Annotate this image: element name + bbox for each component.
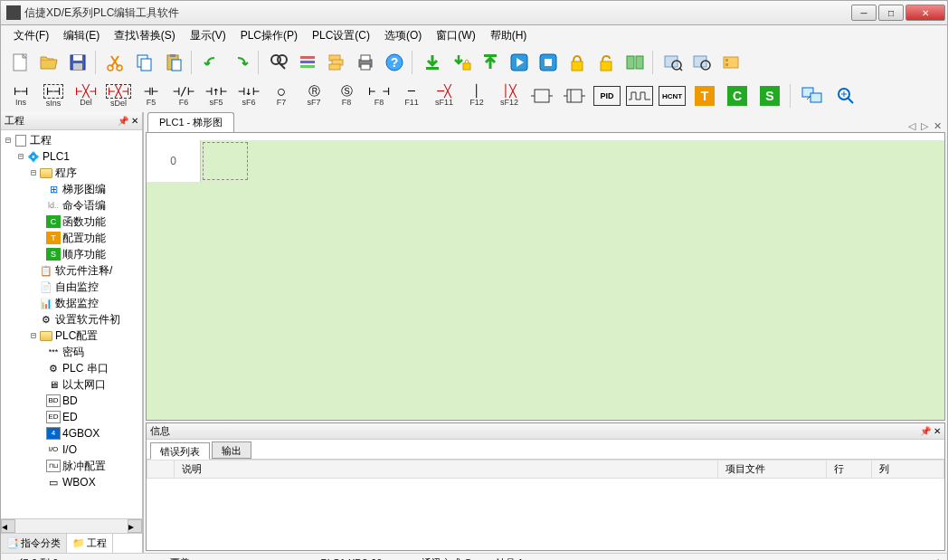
- tree-comment[interactable]: 📋软元件注释/: [3, 262, 140, 279]
- open-button[interactable]: [35, 49, 62, 76]
- menu-plcset[interactable]: PLC设置(C): [305, 26, 377, 45]
- download-lock-button[interactable]: [448, 49, 475, 76]
- ladder-f11[interactable]: ─F11: [397, 81, 426, 110]
- unlock-button[interactable]: [592, 49, 620, 76]
- list-button[interactable]: [294, 49, 321, 76]
- help-button[interactable]: ?: [381, 49, 408, 76]
- menu-view[interactable]: 显示(V): [183, 26, 233, 45]
- info-pin-icon[interactable]: 📌 ✕: [920, 426, 941, 436]
- tree-bd[interactable]: BDBD: [3, 393, 140, 409]
- menu-edit[interactable]: 编辑(E): [56, 26, 107, 45]
- maximize-button[interactable]: □: [878, 5, 904, 21]
- tree-gbox[interactable]: 44GBOX: [3, 425, 140, 441]
- ladder-cursor-cell[interactable]: [203, 142, 248, 180]
- tree-ed[interactable]: EDED: [3, 409, 140, 425]
- minimize-button[interactable]: ─: [851, 5, 877, 21]
- lock-button[interactable]: [564, 49, 591, 76]
- ladder-sf5[interactable]: ⊣↑⊢sF5: [202, 81, 231, 110]
- new-button[interactable]: [6, 49, 33, 76]
- ladder-sdel[interactable]: ⊢╳⊣sDel: [104, 81, 133, 110]
- menu-find[interactable]: 查找\替换(S): [107, 26, 182, 45]
- tree-tab-instr[interactable]: 📑指令分类: [1, 534, 67, 553]
- error-col-icon[interactable]: [147, 460, 175, 479]
- ladder-pid[interactable]: PID: [592, 81, 621, 110]
- tree-pulse[interactable]: ⊓⊔脉冲配置: [3, 458, 140, 474]
- find-button[interactable]: [265, 49, 292, 76]
- ladder-window[interactable]: [799, 81, 828, 110]
- error-col-col[interactable]: 列: [872, 460, 944, 479]
- download-button[interactable]: [419, 49, 446, 76]
- ladder-zoom[interactable]: [831, 81, 860, 110]
- error-col-file[interactable]: 项目文件: [718, 460, 827, 479]
- upload-button[interactable]: [477, 49, 504, 76]
- ladder-hcnt[interactable]: HCNT: [658, 81, 687, 110]
- module-button[interactable]: [717, 49, 744, 76]
- tree-ethernet[interactable]: 🖥以太网口: [3, 376, 140, 393]
- ladder-f8[interactable]: ⓈF8: [332, 81, 361, 110]
- nav-close-icon[interactable]: ✕: [932, 120, 943, 132]
- tree-wbox[interactable]: ▭WBOX: [3, 474, 140, 490]
- undo-button[interactable]: [198, 49, 225, 76]
- resize-grip-icon[interactable]: ⋰: [930, 557, 940, 561]
- editor-tab-plc1[interactable]: PLC1 - 梯形图: [147, 112, 234, 132]
- tree-plcserial[interactable]: ⚙PLC 串口: [3, 360, 140, 376]
- tree-seq[interactable]: S顺序功能: [3, 246, 140, 262]
- layers-button[interactable]: [323, 49, 350, 76]
- tree-plcconfig[interactable]: ⊟PLC配置: [3, 327, 140, 344]
- zoom-in-button[interactable]: [659, 49, 687, 76]
- ladder-del[interactable]: ⊢╳⊣Del: [71, 81, 100, 110]
- ladder-row-0[interactable]: 0: [147, 140, 944, 182]
- ladder-sins[interactable]: ⊢⊣sIns: [39, 81, 68, 110]
- menu-file[interactable]: 文件(F): [6, 26, 56, 45]
- ladder-f6[interactable]: ⊣/⊢F6: [169, 81, 198, 110]
- tree-func[interactable]: C函数功能: [3, 214, 140, 230]
- menu-help[interactable]: 帮助(H): [483, 26, 535, 45]
- paste-button[interactable]: [160, 49, 187, 76]
- tree-root[interactable]: ⊟工程: [3, 132, 140, 148]
- stop-button[interactable]: [535, 49, 562, 76]
- menu-plcop[interactable]: PLC操作(P): [233, 26, 305, 45]
- ladder-sf11[interactable]: ─╳sF11: [430, 81, 459, 110]
- pin-icon[interactable]: 📌 ✕: [118, 116, 138, 126]
- tree-program[interactable]: ⊟程序: [3, 165, 140, 181]
- menu-option[interactable]: 选项(O): [377, 26, 429, 45]
- compare-button[interactable]: [621, 49, 649, 76]
- tree-plc1[interactable]: ⊟💠PLC1: [3, 148, 140, 165]
- ladder-s[interactable]: S: [755, 81, 784, 110]
- nav-prev-icon[interactable]: ◁: [906, 120, 917, 132]
- ladder-f5[interactable]: ⊣⊢F5: [137, 81, 166, 110]
- ladder-rect1[interactable]: [527, 81, 556, 110]
- info-tab-output[interactable]: 输出: [212, 441, 251, 459]
- ladder-sf6[interactable]: ⊣↓⊢sF6: [234, 81, 263, 110]
- menu-window[interactable]: 窗口(W): [429, 26, 482, 45]
- info-tab-errors[interactable]: 错误列表: [150, 442, 210, 460]
- copy-button[interactable]: [131, 49, 158, 76]
- tree-config[interactable]: T配置功能: [3, 230, 140, 246]
- tree-instr[interactable]: ld..命令语编: [3, 197, 140, 214]
- ladder-f7[interactable]: ○F7: [267, 81, 296, 110]
- tree-io[interactable]: I/OI/O: [3, 441, 140, 458]
- run-button[interactable]: [506, 49, 533, 76]
- ladder-ins[interactable]: ⊢⊣Ins: [6, 81, 35, 110]
- tree-datamon[interactable]: 📊数据监控: [3, 295, 140, 311]
- print-button[interactable]: [352, 49, 379, 76]
- tree-softset[interactable]: ⚙设置软元件初: [3, 311, 140, 327]
- tree-tab-project[interactable]: 📁工程: [67, 534, 113, 553]
- redo-button[interactable]: [227, 49, 254, 76]
- ladder-bracket[interactable]: ⊢ ⊣F8: [365, 81, 393, 110]
- ladder-rect2[interactable]: [560, 81, 589, 110]
- tree-password[interactable]: ***密码: [3, 344, 140, 360]
- nav-next-icon[interactable]: ▷: [919, 120, 930, 132]
- ladder-editor[interactable]: 0: [146, 132, 945, 421]
- ladder-c[interactable]: C: [723, 81, 752, 110]
- tree-freemon[interactable]: 📄自由监控: [3, 279, 140, 295]
- tree-hscroll[interactable]: ◂▸: [1, 518, 142, 533]
- ladder-sf12[interactable]: │╳sF12: [495, 81, 524, 110]
- error-col-desc[interactable]: 说明: [175, 460, 718, 479]
- error-col-row[interactable]: 行: [827, 460, 872, 479]
- ladder-t[interactable]: T: [690, 81, 719, 110]
- tree-ladder[interactable]: ⊞梯形图编: [3, 181, 140, 197]
- save-button[interactable]: [64, 49, 91, 76]
- ladder-f12[interactable]: │F12: [462, 81, 491, 110]
- close-button[interactable]: ✕: [905, 5, 945, 21]
